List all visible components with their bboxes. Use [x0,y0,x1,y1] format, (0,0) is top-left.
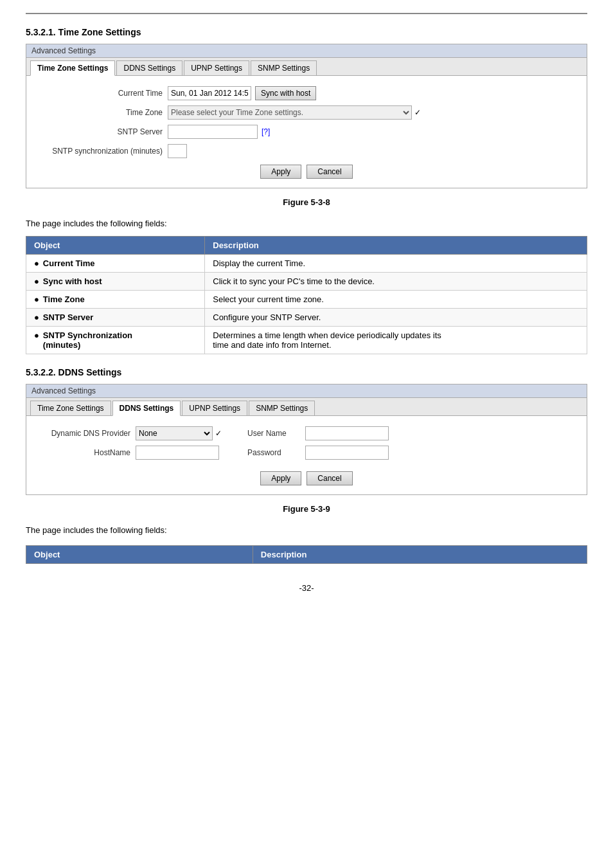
bullet-icon: ● [34,258,39,268]
tab-snmp-2[interactable]: SNMP Settings [249,401,315,415]
sntp-server-label: SNTP Server [39,127,168,136]
tab-ddns-1[interactable]: DDNS Settings [116,60,182,75]
sntp-help-link[interactable]: [?] [262,127,270,136]
tab-snmp-1[interactable]: SNMP Settings [251,60,317,75]
username-row: User Name [247,426,389,440]
advanced-box-1-header: Advanced Settings [26,44,587,58]
tab-timezone-2[interactable]: Time Zone Settings [30,401,111,415]
dns-right-col: User Name Password [247,426,389,465]
table-row: ● SNTP Synchronization(minutes) Determin… [26,327,587,354]
timezone-label: Time Zone [39,108,168,117]
row3-description: Select your current time zone. [205,291,587,309]
table1-col-object: Object [26,237,205,255]
body-text-1: The page includes the following fields: [26,219,587,228]
hostname-input[interactable] [136,446,219,460]
advanced-settings-box-1: Advanced Settings Time Zone Settings DDN… [26,44,587,188]
password-input[interactable] [305,446,389,460]
row2-description: Click it to sync your PC's time to the d… [205,273,587,291]
row5-description: Determines a time length when device per… [205,327,587,354]
row5-object: ● SNTP Synchronization(minutes) [26,327,205,354]
row4-object: ● SNTP Server [26,309,205,327]
sntp-server-row: SNTP Server [?] [39,125,574,139]
tab-bar-2: Time Zone Settings DDNS Settings UPNP Se… [26,398,587,416]
current-time-input[interactable] [168,86,251,100]
row4-description: Configure your SNTP Server. [205,309,587,327]
tab-bar-1: Time Zone Settings DDNS Settings UPNP Se… [26,58,587,76]
row1-object: ● Current Time [26,255,205,273]
username-label: User Name [247,429,305,438]
form-area-2: Dynamic DNS Provider None ✓ HostName Use… [26,416,587,494]
button-row-2: Apply Cancel [39,471,574,485]
bullet-icon: ● [34,312,39,322]
figure-caption-2: Figure 5-3-9 [26,504,587,514]
tab-ddns-2[interactable]: DDNS Settings [112,401,181,416]
figure-caption-1: Figure 5-3-8 [26,197,587,207]
form-area-1: Current Time Sync with host Time Zone Pl… [26,76,587,188]
table-row: ● Time Zone Select your current time zon… [26,291,587,309]
dns-checkmark-icon: ✓ [215,429,222,438]
sync-with-host-button[interactable]: Sync with host [255,86,316,100]
sntp-server-input[interactable] [168,125,258,139]
row1-description: Display the current Time. [205,255,587,273]
password-label: Password [247,448,305,457]
current-time-row: Current Time Sync with host [39,86,574,100]
username-input[interactable] [305,426,389,440]
body-text-2: The page includes the following fields: [26,525,587,535]
apply-button-2[interactable]: Apply [260,471,301,485]
tab-upnp-2[interactable]: UPNP Settings [182,401,247,415]
dns-provider-label: Dynamic DNS Provider [39,429,136,438]
tab-timezone-1[interactable]: Time Zone Settings [30,60,115,76]
row2-object: ● Sync with host [26,273,205,291]
section2-title: 5.3.2.2. DDNS Settings [26,367,587,377]
bullet-icon: ● [34,276,39,286]
bullet-icon: ● [34,330,39,340]
table2-col-description: Description [253,546,587,564]
hostname-row: HostName [39,446,222,460]
table-row: ● Sync with host Click it to sync your P… [26,273,587,291]
top-divider [26,13,587,14]
section1-title: 5.3.2.1. Time Zone Settings [26,27,587,37]
advanced-settings-box-2: Advanced Settings Time Zone Settings DDN… [26,384,587,495]
timezone-select[interactable]: Please select your Time Zone settings. [168,105,412,120]
table1-col-description: Description [205,237,587,255]
timezone-row: Time Zone Please select your Time Zone s… [39,105,574,120]
description-table-2: Object Description [26,545,587,564]
current-time-label: Current Time [39,89,168,98]
bullet-icon: ● [34,294,39,304]
description-table-1: Object Description ● Current Time Displa… [26,236,587,354]
table-row: ● Current Time Display the current Time. [26,255,587,273]
sntp-sync-input[interactable] [168,144,187,158]
table-row: ● SNTP Server Configure your SNTP Server… [26,309,587,327]
hostname-label: HostName [39,448,136,457]
table2-col-object: Object [26,546,253,564]
dns-form-row: Dynamic DNS Provider None ✓ HostName Use… [39,426,574,465]
dns-provider-row: Dynamic DNS Provider None ✓ [39,426,222,440]
timezone-checkmark-icon: ✓ [414,108,421,117]
row3-object: ● Time Zone [26,291,205,309]
dns-left-col: Dynamic DNS Provider None ✓ HostName [39,426,222,465]
sntp-sync-row: SNTP synchronization (minutes) [39,144,574,158]
dns-provider-select[interactable]: None [136,426,213,440]
tab-upnp-1[interactable]: UPNP Settings [184,60,249,75]
cancel-button-1[interactable]: Cancel [306,165,352,179]
button-row-1: Apply Cancel [39,165,574,179]
page-number: -32- [26,583,587,593]
advanced-box-2-header: Advanced Settings [26,384,587,398]
cancel-button-2[interactable]: Cancel [306,471,352,485]
sntp-sync-label: SNTP synchronization (minutes) [39,147,168,156]
password-row: Password [247,446,389,460]
apply-button-1[interactable]: Apply [260,165,301,179]
